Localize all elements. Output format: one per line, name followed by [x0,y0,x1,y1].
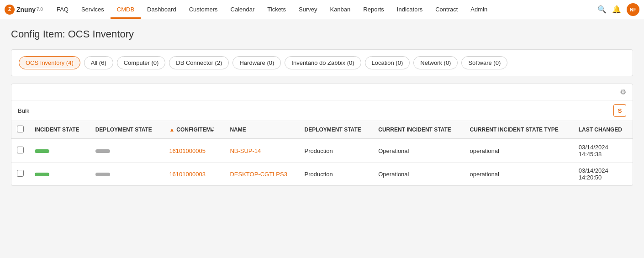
deployment-state-cell [90,163,164,186]
filter-btn-all-(6)[interactable]: All (6) [84,56,113,69]
page-title-value: OCS Inventory [68,28,134,40]
table-row: 16101000005NB-SUP-14ProductionOperationa… [11,139,633,163]
avatar[interactable]: NF [627,3,639,16]
gear-icon[interactable]: ⚙ [620,88,626,96]
nav-item-tickets[interactable]: Tickets [261,0,292,19]
page-title-label: Config Item: [11,28,65,40]
row-checkbox-0[interactable] [17,147,24,153]
filter-bar: OCS Inventory (4)All (6)Computer (0)DB C… [11,49,633,76]
incident-state-bar [35,149,49,153]
nav-right: 🔍 🔔 NF [597,3,639,16]
current-incident-state-type-cell: operational [465,163,573,186]
bulk-row: Bulk S [11,100,633,121]
nav-item-services[interactable]: Services [75,0,111,19]
logo-version: 7.0 [37,7,43,12]
col-configitem-num[interactable]: ▲CONFIGITEM# [164,121,224,139]
table-row: 16101000003DESKTOP-CGTLPS3ProductionOper… [11,163,633,186]
last-changed-cell: 03/14/2024 14:45:38 [573,139,633,163]
col-current-incident-state: CURRENT INCIDENT STATE [373,121,464,139]
main-content: Config Item: OCS Inventory OCS Inventory… [0,19,644,195]
nav-item-calendar[interactable]: Calendar [224,0,261,19]
filter-btn-db-connector-(2)[interactable]: DB Connector (2) [169,56,229,69]
col-deployment-state: DEPLOYMENT STATE [90,121,164,139]
current-incident-state-cell: Operational [373,163,464,186]
deployment-state-bar [95,173,110,176]
data-table: INCIDENT STATE DEPLOYMENT STATE ▲CONFIGI… [11,121,633,185]
search-icon[interactable]: 🔍 [597,5,607,14]
logo-text: Znuny [16,6,36,13]
col-name: NAME [224,121,299,139]
configitem-num-cell[interactable]: 16101000005 [164,139,224,163]
col-incident-state: INCIDENT STATE [29,121,90,139]
logo[interactable]: Z Znuny 7.0 [5,5,43,15]
page-title: Config Item: OCS Inventory [11,28,633,40]
sort-icon: ▲ [169,126,174,133]
table-header-row: INCIDENT STATE DEPLOYMENT STATE ▲CONFIGI… [11,121,633,139]
name-cell[interactable]: DESKTOP-CGTLPS3 [224,163,299,186]
filter-btn-hardware-(0)[interactable]: Hardware (0) [232,56,281,69]
navbar: Z Znuny 7.0 FAQServicesCMDBDashboardCust… [0,0,644,19]
deployment-state-cell [90,139,164,163]
select-all-checkbox[interactable] [17,126,24,132]
configitem-num-cell[interactable]: 16101000003 [164,163,224,186]
nav-item-kanban[interactable]: Kanban [323,0,357,19]
last-changed-cell: 03/14/2024 14:20:50 [573,163,633,186]
row-checkbox-1[interactable] [17,170,24,177]
s-badge[interactable]: S [613,104,626,117]
filter-btn-location-(0)[interactable]: Location (0) [365,56,410,69]
col-dep-state: DEPLOYMENT STATE [299,121,373,139]
select-all-header [11,121,29,139]
deployment-state-bar [95,149,110,153]
nav-item-customers[interactable]: Customers [183,0,224,19]
nav-item-reports[interactable]: Reports [357,0,391,19]
brand: Z Znuny 7.0 [5,5,43,15]
filter-btn-ocs-inventory-(4)[interactable]: OCS Inventory (4) [19,56,80,69]
bell-icon[interactable]: 🔔 [612,5,621,14]
nav-items: FAQServicesCMDBDashboardCustomersCalenda… [50,0,494,19]
nav-item-faq[interactable]: FAQ [50,0,75,19]
nav-item-dashboard[interactable]: Dashboard [141,0,183,19]
col-last-changed: LAST CHANGED [573,121,633,139]
dep-state-cell: Production [299,163,373,186]
table-header-bar: ⚙ [11,84,633,100]
filter-btn-computer-(0)[interactable]: Computer (0) [117,56,166,69]
filter-btn-inventário-do-zabbix-(0)[interactable]: Inventário do Zabbix (0) [285,56,361,69]
bulk-label: Bulk [18,107,29,114]
logo-icon: Z [5,5,15,15]
incident-state-cell [29,139,90,163]
incident-state-cell [29,163,90,186]
nav-item-indicators[interactable]: Indicators [391,0,429,19]
current-incident-state-type-cell: operational [465,139,573,163]
nav-item-contract[interactable]: Contract [429,0,464,19]
filter-btn-network-(0)[interactable]: Network (0) [413,56,458,69]
table-section: ⚙ Bulk S INCIDENT STATE DEPLOYMENT STATE… [11,84,633,186]
nav-item-survey[interactable]: Survey [292,0,323,19]
filter-btn-software-(0)[interactable]: Software (0) [461,56,507,69]
name-cell[interactable]: NB-SUP-14 [224,139,299,163]
dep-state-cell: Production [299,139,373,163]
nav-item-admin[interactable]: Admin [464,0,494,19]
incident-state-bar [35,173,49,176]
current-incident-state-cell: Operational [373,139,464,163]
nav-item-cmdb[interactable]: CMDB [111,0,141,19]
col-current-incident-state-type: CURRENT INCIDENT STATE TYPE [465,121,573,139]
